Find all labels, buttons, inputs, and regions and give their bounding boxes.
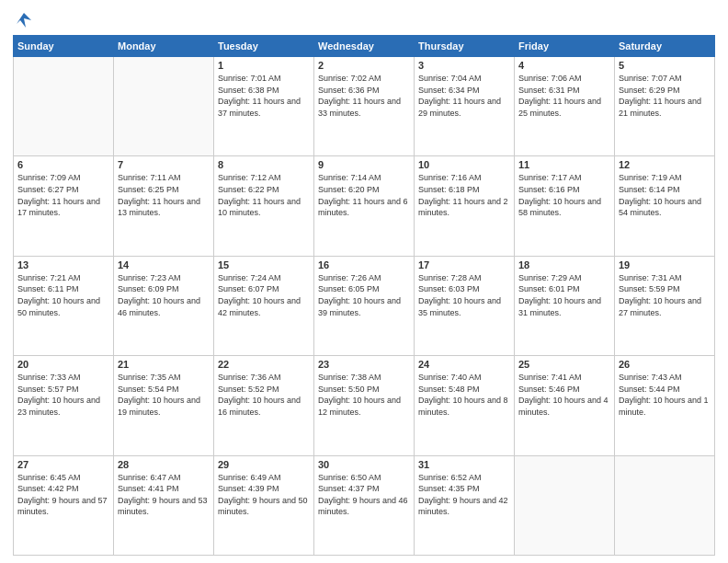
day-number: 2 [318, 60, 410, 71]
day-info: Sunrise: 7:12 AM Sunset: 6:22 PM Dayligh… [218, 172, 310, 218]
calendar-cell: 9Sunrise: 7:14 AM Sunset: 6:20 PM Daylig… [314, 156, 415, 256]
weekday-header: Wednesday [314, 36, 415, 57]
weekday-header: Friday [515, 36, 615, 57]
calendar-cell: 14Sunrise: 7:23 AM Sunset: 6:09 PM Dayli… [114, 256, 214, 355]
day-info: Sunrise: 7:11 AM Sunset: 6:25 PM Dayligh… [118, 172, 210, 218]
day-info: Sunrise: 6:45 AM Sunset: 4:42 PM Dayligh… [17, 472, 109, 518]
day-info: Sunrise: 7:24 AM Sunset: 6:07 PM Dayligh… [218, 272, 310, 318]
day-info: Sunrise: 7:41 AM Sunset: 5:46 PM Dayligh… [518, 372, 610, 418]
day-number: 3 [418, 60, 510, 71]
weekday-header: Saturday [615, 36, 715, 57]
day-info: Sunrise: 7:36 AM Sunset: 5:52 PM Dayligh… [218, 372, 310, 418]
day-info: Sunrise: 6:47 AM Sunset: 4:41 PM Dayligh… [118, 472, 210, 518]
day-number: 17 [418, 259, 510, 270]
day-number: 8 [218, 159, 310, 170]
day-info: Sunrise: 7:09 AM Sunset: 6:27 PM Dayligh… [17, 172, 109, 218]
calendar-cell: 4Sunrise: 7:06 AM Sunset: 6:31 PM Daylig… [515, 57, 615, 156]
calendar-cell: 16Sunrise: 7:26 AM Sunset: 6:05 PM Dayli… [314, 256, 415, 355]
day-info: Sunrise: 7:33 AM Sunset: 5:57 PM Dayligh… [17, 372, 109, 418]
day-info: Sunrise: 7:07 AM Sunset: 6:29 PM Dayligh… [619, 73, 711, 119]
header [13, 11, 715, 29]
calendar-cell: 29Sunrise: 6:49 AM Sunset: 4:39 PM Dayli… [214, 455, 314, 555]
calendar-cell: 2Sunrise: 7:02 AM Sunset: 6:36 PM Daylig… [314, 57, 415, 156]
day-number: 22 [218, 359, 310, 370]
calendar-cell: 19Sunrise: 7:31 AM Sunset: 5:59 PM Dayli… [615, 256, 715, 355]
weekday-header: Sunday [14, 36, 114, 57]
day-number: 21 [118, 359, 210, 370]
calendar-header-row: SundayMondayTuesdayWednesdayThursdayFrid… [14, 36, 715, 57]
day-info: Sunrise: 7:43 AM Sunset: 5:44 PM Dayligh… [619, 372, 711, 418]
day-info: Sunrise: 7:06 AM Sunset: 6:31 PM Dayligh… [518, 73, 610, 119]
calendar-cell: 26Sunrise: 7:43 AM Sunset: 5:44 PM Dayli… [615, 356, 715, 455]
calendar-cell: 28Sunrise: 6:47 AM Sunset: 4:41 PM Dayli… [114, 455, 214, 555]
day-number: 28 [118, 459, 210, 470]
calendar-cell: 17Sunrise: 7:28 AM Sunset: 6:03 PM Dayli… [415, 256, 515, 355]
day-number: 9 [318, 159, 410, 170]
calendar-week-row: 6Sunrise: 7:09 AM Sunset: 6:27 PM Daylig… [14, 156, 715, 256]
day-info: Sunrise: 7:26 AM Sunset: 6:05 PM Dayligh… [318, 272, 410, 318]
calendar-cell: 22Sunrise: 7:36 AM Sunset: 5:52 PM Dayli… [214, 356, 314, 455]
logo-bird-icon [15, 11, 33, 29]
day-info: Sunrise: 7:04 AM Sunset: 6:34 PM Dayligh… [418, 73, 510, 119]
weekday-header: Thursday [415, 36, 515, 57]
calendar-cell: 7Sunrise: 7:11 AM Sunset: 6:25 PM Daylig… [114, 156, 214, 256]
day-info: Sunrise: 7:17 AM Sunset: 6:16 PM Dayligh… [518, 172, 610, 218]
day-number: 6 [17, 159, 109, 170]
day-info: Sunrise: 6:50 AM Sunset: 4:37 PM Dayligh… [318, 472, 410, 518]
day-number: 18 [518, 259, 610, 270]
day-info: Sunrise: 7:38 AM Sunset: 5:50 PM Dayligh… [318, 372, 410, 418]
calendar-cell: 18Sunrise: 7:29 AM Sunset: 6:01 PM Dayli… [515, 256, 615, 355]
day-info: Sunrise: 7:40 AM Sunset: 5:48 PM Dayligh… [418, 372, 510, 418]
calendar-week-row: 20Sunrise: 7:33 AM Sunset: 5:57 PM Dayli… [14, 356, 715, 455]
day-number: 25 [518, 359, 610, 370]
day-info: Sunrise: 7:14 AM Sunset: 6:20 PM Dayligh… [318, 172, 410, 218]
calendar-table: SundayMondayTuesdayWednesdayThursdayFrid… [13, 35, 715, 556]
day-number: 31 [418, 459, 510, 470]
day-number: 1 [218, 60, 310, 71]
day-number: 7 [118, 159, 210, 170]
calendar-cell: 5Sunrise: 7:07 AM Sunset: 6:29 PM Daylig… [615, 57, 715, 156]
day-info: Sunrise: 7:28 AM Sunset: 6:03 PM Dayligh… [418, 272, 510, 318]
calendar-cell [515, 455, 615, 555]
day-info: Sunrise: 6:49 AM Sunset: 4:39 PM Dayligh… [218, 472, 310, 518]
day-number: 11 [518, 159, 610, 170]
calendar-cell: 13Sunrise: 7:21 AM Sunset: 6:11 PM Dayli… [14, 256, 114, 355]
calendar-cell: 24Sunrise: 7:40 AM Sunset: 5:48 PM Dayli… [415, 356, 515, 455]
weekday-header: Tuesday [214, 36, 314, 57]
day-info: Sunrise: 7:31 AM Sunset: 5:59 PM Dayligh… [619, 272, 711, 318]
weekday-header: Monday [114, 36, 214, 57]
calendar-cell: 31Sunrise: 6:52 AM Sunset: 4:35 PM Dayli… [415, 455, 515, 555]
calendar-cell [615, 455, 715, 555]
page: SundayMondayTuesdayWednesdayThursdayFrid… [0, 0, 728, 563]
calendar-week-row: 1Sunrise: 7:01 AM Sunset: 6:38 PM Daylig… [14, 57, 715, 156]
calendar-cell: 27Sunrise: 6:45 AM Sunset: 4:42 PM Dayli… [14, 455, 114, 555]
day-number: 27 [17, 459, 109, 470]
day-info: Sunrise: 7:16 AM Sunset: 6:18 PM Dayligh… [418, 172, 510, 218]
day-info: Sunrise: 7:19 AM Sunset: 6:14 PM Dayligh… [619, 172, 711, 218]
day-info: Sunrise: 7:01 AM Sunset: 6:38 PM Dayligh… [218, 73, 310, 119]
calendar-cell: 30Sunrise: 6:50 AM Sunset: 4:37 PM Dayli… [314, 455, 415, 555]
calendar-cell: 25Sunrise: 7:41 AM Sunset: 5:46 PM Dayli… [515, 356, 615, 455]
calendar-cell [114, 57, 214, 156]
calendar-cell: 3Sunrise: 7:04 AM Sunset: 6:34 PM Daylig… [415, 57, 515, 156]
calendar-cell: 20Sunrise: 7:33 AM Sunset: 5:57 PM Dayli… [14, 356, 114, 455]
day-number: 23 [318, 359, 410, 370]
day-info: Sunrise: 7:02 AM Sunset: 6:36 PM Dayligh… [318, 73, 410, 119]
calendar-cell: 11Sunrise: 7:17 AM Sunset: 6:16 PM Dayli… [515, 156, 615, 256]
day-info: Sunrise: 6:52 AM Sunset: 4:35 PM Dayligh… [418, 472, 510, 518]
day-number: 19 [619, 259, 711, 270]
calendar-week-row: 27Sunrise: 6:45 AM Sunset: 4:42 PM Dayli… [14, 455, 715, 555]
calendar-cell: 10Sunrise: 7:16 AM Sunset: 6:18 PM Dayli… [415, 156, 515, 256]
day-number: 26 [619, 359, 711, 370]
day-info: Sunrise: 7:29 AM Sunset: 6:01 PM Dayligh… [518, 272, 610, 318]
day-info: Sunrise: 7:21 AM Sunset: 6:11 PM Dayligh… [17, 272, 109, 318]
calendar-cell: 12Sunrise: 7:19 AM Sunset: 6:14 PM Dayli… [615, 156, 715, 256]
calendar-cell: 1Sunrise: 7:01 AM Sunset: 6:38 PM Daylig… [214, 57, 314, 156]
calendar-cell: 15Sunrise: 7:24 AM Sunset: 6:07 PM Dayli… [214, 256, 314, 355]
day-number: 13 [17, 259, 109, 270]
day-number: 12 [619, 159, 711, 170]
day-number: 5 [619, 60, 711, 71]
day-number: 10 [418, 159, 510, 170]
day-number: 20 [17, 359, 109, 370]
calendar-week-row: 13Sunrise: 7:21 AM Sunset: 6:11 PM Dayli… [14, 256, 715, 355]
